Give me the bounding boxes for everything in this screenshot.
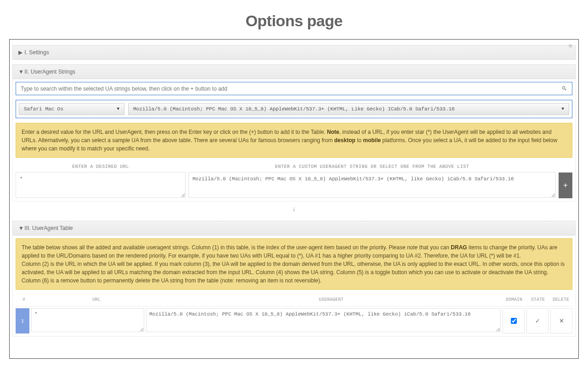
ua-input-col: Enter a custom useragent string or selec… bbox=[188, 161, 556, 198]
chevron-right-icon: ▶ bbox=[18, 49, 23, 56]
section-label: III. UserAgent Table bbox=[24, 225, 73, 231]
ua-hint-box: Enter a desired value for the URL and Us… bbox=[16, 123, 572, 158]
col-domain: Domain bbox=[502, 297, 526, 302]
ua-col-label: Enter a custom useragent string or selec… bbox=[188, 161, 556, 172]
hint-mobile: mobile bbox=[363, 137, 381, 144]
section-body-ua-table: The table below shows all the added and … bbox=[12, 236, 576, 337]
hint-desktop: desktop bbox=[334, 137, 356, 144]
section-header-ua-table[interactable]: ▼ III. UserAgent Table bbox=[12, 221, 576, 236]
row-state-toggle[interactable]: ✓ bbox=[526, 308, 548, 334]
section-label: II. UserAgent Strings bbox=[24, 69, 75, 75]
chevron-down-icon: ▼ bbox=[18, 69, 23, 75]
os-dropdown[interactable]: Safari Mac Os ▼ bbox=[19, 103, 124, 115]
ua-search-input[interactable] bbox=[21, 86, 561, 92]
down-arrow-icon: ↓ bbox=[12, 201, 576, 219]
chevron-down-icon: ▼ bbox=[562, 107, 564, 111]
row-ua-input[interactable] bbox=[146, 308, 501, 332]
search-icon[interactable]: 🔍︎ bbox=[561, 85, 567, 92]
ua-search-row: 🔍︎ bbox=[16, 82, 572, 95]
section-body-ua-strings: 🔍︎ Safari Mac Os ▼ Mozilla/5.0 (Macintos… bbox=[12, 79, 576, 201]
col-ua: UserAgent bbox=[161, 297, 502, 302]
row-url-input[interactable] bbox=[31, 308, 144, 332]
chevron-down-icon: ▼ bbox=[117, 107, 119, 111]
options-frame: ⧉ ▶ I. Settings ▼ II. UserAgent Strings … bbox=[9, 39, 579, 359]
col-delete: Delete bbox=[549, 297, 572, 302]
os-dropdown-value: Safari Mac Os bbox=[24, 106, 63, 112]
window-icon[interactable]: ⧉ bbox=[569, 43, 572, 49]
ua-input-pair: Enter a desired URL Enter a custom usera… bbox=[16, 161, 572, 198]
row-ua-cell bbox=[146, 308, 501, 334]
ua-table: # URL UserAgent Domain State Delete 1 ✓ bbox=[16, 293, 572, 335]
url-input[interactable] bbox=[16, 172, 186, 198]
hint-text: The table below shows all the added and … bbox=[22, 244, 451, 251]
hint-drag: DRAG bbox=[451, 244, 467, 251]
url-input-col: Enter a desired URL bbox=[16, 161, 186, 198]
section-header-ua-strings[interactable]: ▼ II. UserAgent Strings bbox=[12, 64, 576, 79]
section-label: I. Settings bbox=[24, 49, 49, 56]
ua-selects-row: Safari Mac Os ▼ Mozilla/5.0 (Macintosh; … bbox=[16, 100, 572, 118]
add-button[interactable]: + bbox=[559, 172, 572, 198]
section-header-settings[interactable]: ▶ I. Settings bbox=[12, 45, 576, 60]
hint-note: Note bbox=[327, 129, 339, 135]
table-row[interactable]: 1 ✓ ✕ bbox=[16, 306, 572, 335]
col-url: URL bbox=[32, 297, 161, 302]
page-title: Options page bbox=[0, 12, 588, 30]
table-header-row: # URL UserAgent Domain State Delete bbox=[16, 293, 572, 306]
ua-input[interactable] bbox=[188, 172, 556, 198]
col-state: State bbox=[526, 297, 549, 302]
row-url-cell bbox=[31, 308, 144, 334]
chevron-down-icon: ▼ bbox=[18, 225, 23, 231]
hint-text: Enter a desired value for the URL and Us… bbox=[22, 129, 327, 135]
row-domain-cell bbox=[503, 308, 525, 334]
ua-dropdown[interactable]: Mozilla/5.0 (Macintosh; PPC Mac OS X 10_… bbox=[128, 103, 569, 115]
table-hint-box: The table below shows all the added and … bbox=[16, 238, 572, 290]
row-delete-button[interactable]: ✕ bbox=[550, 308, 572, 334]
ua-dropdown-value: Mozilla/5.0 (Macintosh; PPC Mac OS X 10_… bbox=[133, 106, 455, 112]
hint-text: Column (2) is the URL in which the UA wi… bbox=[22, 261, 565, 284]
row-index: 1 bbox=[16, 308, 29, 334]
url-col-label: Enter a desired URL bbox=[16, 161, 186, 172]
row-domain-checkbox[interactable] bbox=[511, 318, 517, 324]
col-index: # bbox=[16, 297, 32, 302]
hint-text: to bbox=[356, 137, 363, 144]
